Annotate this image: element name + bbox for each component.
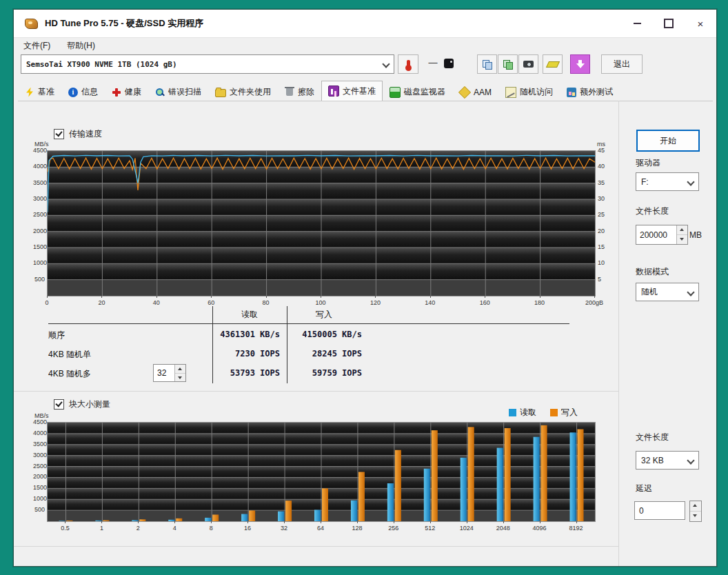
delay-spinner[interactable] [689, 501, 702, 522]
start-button[interactable]: 开始 [636, 130, 700, 152]
tab-erase[interactable]: 擦除 [278, 83, 321, 101]
extra-tests-icon [567, 88, 576, 97]
report-button[interactable] [498, 54, 518, 74]
window-title: HD Tune Pro 5.75 - 硬盘/SSD 实用程序 [45, 17, 203, 30]
minimize-button[interactable] [621, 10, 653, 37]
axis-tick-label: 35 [598, 179, 609, 186]
file-length-value: 200000 [636, 225, 676, 244]
write-bar [541, 425, 547, 521]
axis-tick-mark [321, 521, 321, 523]
queue-depth-spinner[interactable]: 32 [153, 364, 186, 382]
axis-tick-mark [467, 521, 467, 523]
trash-icon [286, 88, 293, 96]
axis-tick-label: 1000 [33, 495, 45, 502]
tab-aam[interactable]: AAM [452, 83, 498, 101]
axis-tick-label: 500 [33, 506, 45, 513]
row-label-sequential: 顺序 [48, 330, 152, 341]
axis-tick-mark [430, 521, 431, 523]
axis-tick-label: 8 [199, 525, 223, 532]
read-bar [314, 510, 321, 521]
tab-folder-usage[interactable]: 文件夹使用 [208, 83, 278, 101]
block-file-length-select[interactable]: 32 KB [636, 451, 699, 470]
spinner-up-icon[interactable] [690, 501, 701, 512]
axis-tick-label: 3000 [33, 195, 45, 202]
copy-button[interactable] [477, 54, 497, 74]
axis-tick-mark [101, 521, 102, 523]
chevron-down-icon [383, 61, 389, 67]
health-cross-icon [112, 88, 121, 97]
transfer-speed-chart: MB/sms4500400035003000250020001500100050… [33, 135, 612, 312]
thermometer-icon [407, 60, 410, 69]
drive-select[interactable]: F: [636, 172, 699, 191]
folder-icon [215, 89, 226, 97]
spinner-down-icon[interactable] [175, 374, 185, 382]
axis-tick-label: 128 [345, 525, 370, 532]
read-bar [205, 518, 211, 521]
block-file-length-value: 32 KB [636, 456, 688, 465]
tab-label: 磁盘监视器 [404, 86, 445, 98]
spinner-up-icon[interactable] [677, 225, 687, 235]
download-icon [576, 60, 584, 69]
file-length-spinner[interactable]: 200000 [636, 225, 688, 245]
axis-tick-mark [138, 521, 139, 523]
write-bar [322, 488, 328, 521]
read-value-4kb-multi: 53793 IOPS [211, 368, 280, 378]
section-divider-bottom [14, 546, 618, 547]
tab-random-access[interactable]: 随机访问 [498, 83, 560, 101]
toolbar: SemsoTai XT900 NVME 1TB (1024 gB) — 退出 [14, 53, 716, 78]
tab-label: 基准 [38, 86, 54, 98]
maximize-button[interactable] [653, 10, 685, 37]
data-mode-select[interactable]: 随机 [636, 283, 699, 301]
tab-label: 信息 [81, 86, 98, 98]
menu-help[interactable]: 帮助(H) [60, 39, 102, 53]
menu-file[interactable]: 文件(F) [17, 39, 57, 53]
spinner-down-icon[interactable] [677, 235, 687, 244]
axis-tick-label: 4000 [33, 430, 45, 436]
tab-label: 文件基准 [343, 85, 376, 97]
camera-icon [523, 61, 534, 68]
spinner-down-icon[interactable] [690, 512, 701, 521]
axis-tick-mark [503, 521, 504, 523]
write-bar [432, 430, 438, 521]
axis-tick-label: 64 [308, 525, 333, 532]
tab-label: 错误扫描 [168, 86, 201, 98]
axis-tick-mark [266, 296, 267, 298]
tab-disk-monitor[interactable]: 磁盘监视器 [383, 83, 452, 101]
drive-combobox[interactable]: SemsoTai XT900 NVME 1TB (1024 gB) [21, 54, 394, 74]
close-button[interactable]: × [685, 10, 716, 37]
chevron-down-icon [688, 290, 694, 295]
read-value-sequential: 4361301 KB/s [211, 330, 280, 339]
axis-tick-label: 8192 [564, 525, 589, 532]
axis-tick-label: 2048 [491, 525, 516, 532]
tab-file-benchmark[interactable]: 文件基准 [321, 81, 383, 101]
axis-tick-mark [485, 296, 485, 298]
write-bar [505, 428, 511, 521]
axis-tick-mark [47, 296, 48, 298]
tab-extra-tests[interactable]: 额外测试 [560, 83, 620, 101]
axis-tick-label: 30 [598, 195, 609, 202]
write-bar [358, 472, 365, 522]
highlight-button[interactable] [543, 54, 563, 74]
screenshot-button[interactable] [518, 54, 538, 74]
content-area: 传输速度 MB/sms45004000350030002500200015001… [14, 101, 716, 566]
axis-tick-mark [357, 521, 358, 523]
write-bar [578, 430, 584, 521]
write-bar [395, 450, 401, 521]
tab-health[interactable]: 健康 [105, 83, 148, 101]
tab-benchmark[interactable]: 基准 [18, 83, 61, 101]
tab-error-scan[interactable]: 错误扫描 [148, 83, 208, 101]
tab-info[interactable]: i信息 [61, 83, 105, 101]
axis-tick-label: 4500 [33, 418, 45, 425]
app-window: HD Tune Pro 5.75 - 硬盘/SSD 实用程序 × 文件(F) 帮… [13, 9, 717, 567]
axis-tick-mark [394, 521, 394, 523]
axis-tick-label: 2500 [33, 463, 45, 470]
delay-input[interactable]: 0 [634, 501, 685, 520]
temperature-button[interactable] [398, 54, 418, 74]
axis-tick-label: 4 [162, 525, 187, 532]
spinner-up-icon[interactable] [175, 365, 185, 374]
row-label-4kb-single: 4KB 随机单 [48, 349, 152, 361]
download-button[interactable] [570, 54, 590, 74]
exit-button[interactable]: 退出 [601, 54, 643, 74]
disk-monitor-icon [390, 87, 401, 98]
axis-tick-label: 4000 [33, 163, 45, 170]
